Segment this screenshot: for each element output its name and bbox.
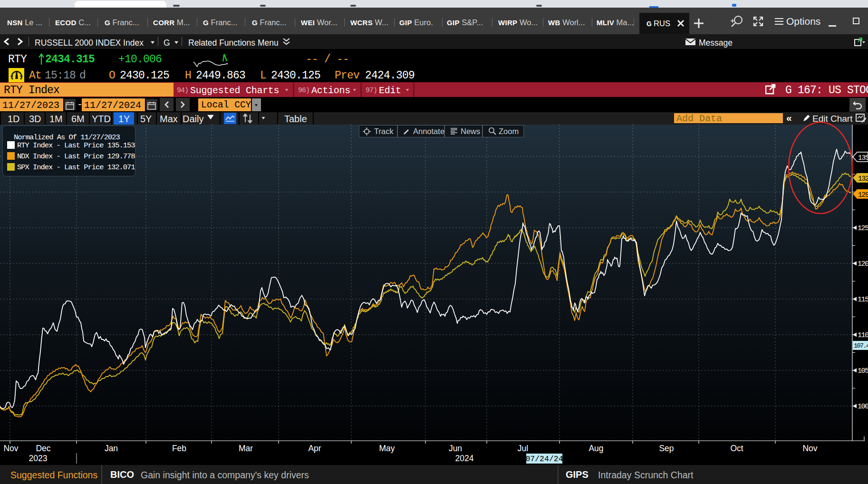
svg-text:Aug: Aug [588, 444, 603, 453]
svg-text:Nov: Nov [3, 444, 18, 453]
svg-text:Jun: Jun [449, 444, 462, 453]
svg-text:Oct: Oct [730, 444, 743, 453]
svg-text:Mar: Mar [239, 444, 253, 453]
svg-text:110: 110 [858, 331, 868, 339]
svg-text:Nov: Nov [802, 444, 817, 453]
svg-text:Jul: Jul [518, 444, 528, 453]
svg-text:Dec: Dec [36, 444, 50, 453]
svg-text:07/24/24: 07/24/24 [525, 455, 563, 464]
svg-text:Feb: Feb [172, 444, 186, 453]
svg-text:Sep: Sep [659, 444, 674, 453]
svg-text:May: May [379, 444, 395, 453]
svg-text:2024: 2024 [455, 454, 474, 463]
svg-text:125: 125 [858, 224, 868, 232]
svg-text:2023: 2023 [29, 454, 48, 463]
svg-text:115: 115 [858, 296, 868, 304]
svg-text:107.48: 107.48 [854, 342, 868, 349]
svg-text:Apr: Apr [308, 444, 321, 453]
svg-text:Jan: Jan [105, 444, 118, 453]
svg-text:120: 120 [858, 260, 868, 268]
svg-text:105: 105 [858, 367, 868, 375]
svg-text:100: 100 [858, 403, 868, 411]
